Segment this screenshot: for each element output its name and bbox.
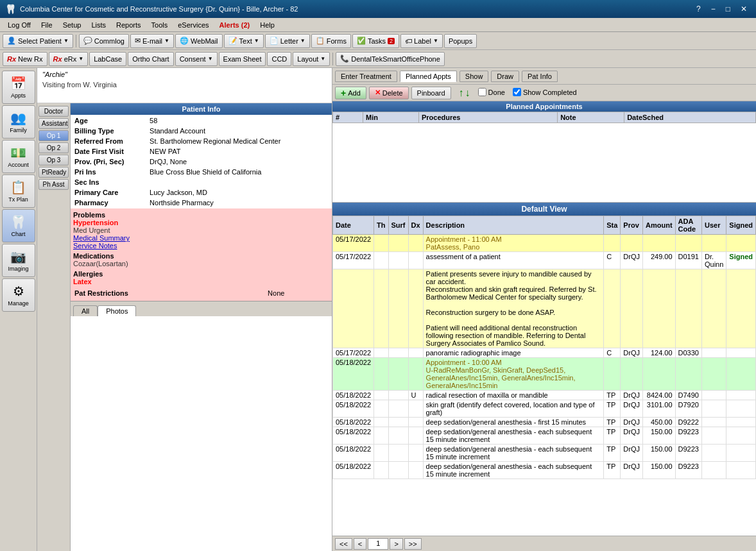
sec-ins-value	[147, 178, 331, 187]
tab-enter-treatment[interactable]: Enter Treatment	[335, 71, 397, 82]
select-patient-button[interactable]: 👤 Select Patient ▼	[3, 34, 73, 48]
done-checkbox-label[interactable]: Done	[478, 88, 505, 96]
cell-surf	[388, 462, 408, 479]
cell-th	[374, 391, 388, 400]
email-button[interactable]: ✉ E-mail ▼	[130, 34, 174, 48]
sidebar-item-account[interactable]: 💵 Account	[2, 140, 35, 173]
menu-lists[interactable]: Lists	[86, 20, 111, 30]
sidebar-item-txplan[interactable]: 📋 Tx Plan	[2, 174, 35, 208]
op3-button[interactable]: Op 3	[39, 155, 69, 165]
menu-eservices[interactable]: eServices	[173, 20, 214, 30]
table-row[interactable]: 05/18/2022 deep sedation/general anesthe…	[333, 418, 756, 427]
next-page-button[interactable]: >	[390, 538, 402, 550]
exam-sheet-button[interactable]: Exam Sheet	[219, 52, 266, 66]
menu-tools[interactable]: Tools	[146, 20, 173, 30]
close-button[interactable]: ✕	[737, 3, 751, 15]
tab-all[interactable]: All	[73, 305, 98, 316]
add-button[interactable]: + Add	[335, 87, 366, 99]
sidebar-item-appts[interactable]: 📅 Appts	[2, 71, 35, 104]
down-arrow-icon[interactable]: ↓	[465, 88, 470, 98]
erx-button[interactable]: Rx eRx ▼	[49, 52, 89, 66]
tab-show[interactable]: Show	[460, 71, 489, 82]
done-checkbox[interactable]	[478, 88, 486, 96]
letter-button[interactable]: 📄 Letter ▼	[265, 34, 310, 48]
menu-reports[interactable]: Reports	[111, 20, 146, 30]
cell-ada: D9223	[675, 445, 701, 462]
labcase-button[interactable]: LabCase	[89, 52, 126, 66]
cell-sta: TP	[604, 427, 621, 445]
table-row[interactable]: 05/18/2022 skin graft (identify defect c…	[333, 400, 756, 418]
pri-ins-value: Blue Cross Blue Shield of California	[147, 167, 331, 176]
prev-page-button[interactable]: <	[354, 538, 366, 550]
tasks-button[interactable]: ✅ Tasks 2	[352, 34, 399, 48]
table-row[interactable]: 05/17/2022 Appointment - 11:00 AMPatAsse…	[333, 235, 756, 252]
cell-date: 05/18/2022	[333, 462, 374, 479]
referred-row: Referred From St. Bartholomew Regional M…	[72, 137, 331, 146]
table-row[interactable]: Patient presents severe injury to mandib…	[333, 269, 756, 348]
layout-button[interactable]: Layout ▼	[293, 52, 330, 66]
tab-photos[interactable]: Photos	[98, 305, 136, 316]
email-icon: ✉	[135, 37, 141, 45]
webmail-button[interactable]: 🌐 WebMail	[175, 34, 223, 48]
table-row[interactable]: 05/18/2022 U radical resection of maxill…	[333, 391, 756, 400]
menu-bar: Log Off File Setup Lists Reports Tools e…	[0, 18, 756, 32]
label-button[interactable]: 🏷 Label ▼	[400, 34, 443, 48]
cell-signed	[726, 400, 756, 418]
pinboard-button[interactable]: Pinboard	[411, 87, 451, 99]
pat-restrictions-table: Pat Restrictions None	[73, 288, 329, 298]
op1-button[interactable]: Op 1	[39, 130, 69, 141]
cell-dx	[408, 445, 423, 462]
title-bar: 🦷 Columbia Center for Cosmetic and Recon…	[0, 0, 756, 18]
forms-button[interactable]: 📋 Forms	[311, 34, 351, 48]
doctor-button[interactable]: Doctor	[39, 106, 69, 117]
consent-button[interactable]: Consent ▼	[175, 52, 218, 66]
menu-file[interactable]: File	[36, 20, 58, 30]
sidebar-item-manage[interactable]: ⚙ Manage	[2, 278, 35, 312]
last-page-button[interactable]: >>	[404, 538, 422, 550]
cell-amount: 150.00	[643, 462, 676, 479]
menu-logoff[interactable]: Log Off	[3, 20, 36, 30]
ptready-button[interactable]: PtReady	[39, 167, 69, 178]
first-page-button[interactable]: <<	[335, 538, 352, 550]
op2-button[interactable]: Op 2	[39, 142, 69, 153]
sidebar-item-chart[interactable]: 🦷 Chart	[2, 209, 35, 242]
popups-button[interactable]: Popups	[444, 34, 477, 48]
cell-description: radical resection of maxilla or mandible	[423, 391, 604, 400]
help-button[interactable]: ?	[692, 3, 705, 15]
table-row[interactable]: 05/18/2022 deep sedation/general anesthe…	[333, 462, 756, 479]
cell-date: 05/18/2022	[333, 427, 374, 445]
ortho-chart-button[interactable]: Ortho Chart	[128, 52, 173, 66]
cell-date: 05/18/2022	[333, 400, 374, 418]
tab-pat-info[interactable]: Pat Info	[522, 71, 558, 82]
text-button[interactable]: 📝 Text ▼	[224, 34, 264, 48]
tab-draw[interactable]: Draw	[491, 71, 519, 82]
medications-label: Medications	[73, 252, 329, 260]
service-notes-link[interactable]: Service Notes	[73, 242, 329, 250]
chart-table-container[interactable]: Date Th Surf Dx Description Sta Prov Amo…	[332, 216, 756, 536]
phasst-button[interactable]: Ph Asst	[39, 179, 69, 190]
table-row[interactable]: 05/17/2022 assessment of a patient C DrQ…	[333, 252, 756, 269]
minimize-button[interactable]: −	[707, 3, 719, 15]
show-completed-checkbox[interactable]	[513, 88, 521, 96]
referred-label: Referred From	[72, 137, 146, 146]
table-row[interactable]: 05/17/2022 panoramic radiographic image …	[333, 348, 756, 358]
up-arrow-icon[interactable]: ↑	[459, 88, 464, 98]
maximize-button[interactable]: □	[722, 3, 734, 15]
tab-planned-appts[interactable]: Planned Appts	[400, 71, 457, 82]
table-row[interactable]: 05/18/2022 deep sedation/general anesthe…	[333, 445, 756, 462]
sidebar-item-family[interactable]: 👥 Family	[2, 105, 35, 139]
menu-setup[interactable]: Setup	[58, 20, 87, 30]
dental-tek-button[interactable]: 📞 DentalTekSmartOfficePhone	[336, 52, 445, 66]
commlog-button[interactable]: 💬 Commlog	[79, 34, 129, 48]
ccd-button[interactable]: CCD	[267, 52, 291, 66]
table-row[interactable]: 05/18/2022 Appointment - 10:00 AMU-RadRe…	[333, 358, 756, 391]
menu-alerts[interactable]: Alerts (2)	[214, 20, 255, 30]
table-row[interactable]: 05/18/2022 deep sedation/general anesthe…	[333, 427, 756, 445]
sidebar-item-imaging[interactable]: 📷 Imaging	[2, 244, 35, 277]
show-completed-label[interactable]: Show Completed	[513, 88, 577, 96]
menu-help[interactable]: Help	[255, 20, 280, 30]
assistant-button[interactable]: Assistant	[39, 118, 69, 129]
delete-button[interactable]: ✕ Delete	[369, 87, 409, 99]
medical-summary-link[interactable]: Medical Summary	[73, 234, 329, 242]
new-rx-button[interactable]: Rx New Rx	[3, 52, 47, 66]
